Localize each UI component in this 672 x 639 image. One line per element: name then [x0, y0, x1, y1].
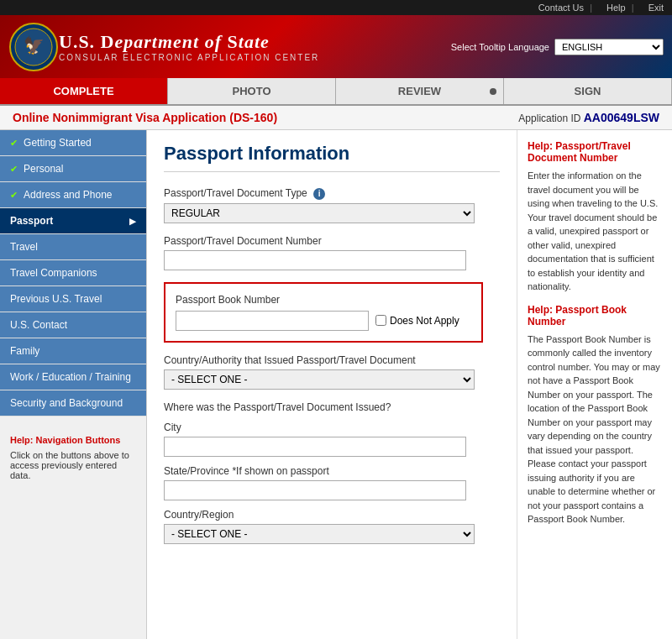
check-address: ✔ — [10, 190, 20, 200]
sub-title: CONSULAR ELECTRONIC APPLICATION CENTER — [59, 53, 319, 62]
header-text: U.S. Department of State CONSULAR ELECTR… — [59, 31, 319, 62]
sidebar-item-family[interactable]: Family — [0, 338, 146, 364]
form-title: Online Nonimmigrant Visa Application (DS… — [13, 111, 277, 124]
main-layout: ✔ Getting Started ✔ Personal ✔ Address a… — [0, 130, 672, 639]
tooltip-language-selector: Select Tooltip Language ENGLISH SPANISH … — [451, 39, 664, 55]
help-doc-number-text: Enter the information on the travel docu… — [528, 169, 662, 294]
does-not-apply-label: Does Not Apply — [390, 315, 459, 327]
tab-review[interactable]: REVIEW — [336, 78, 504, 104]
city-input[interactable] — [164, 437, 466, 457]
exit-link[interactable]: Exit — [648, 3, 664, 13]
country-group: Country/Region - SELECT ONE - — [164, 509, 500, 544]
tab-complete[interactable]: COMPLETE — [0, 78, 168, 104]
state-input[interactable] — [164, 480, 466, 500]
sidebar-help-text: Click on the buttons above to access pre… — [10, 450, 136, 480]
app-id-bar: Online Nonimmigrant Visa Application (DS… — [0, 106, 672, 130]
city-label: City — [164, 422, 500, 433]
issued-by-label: Country/Authority that Issued Passport/T… — [164, 354, 500, 366]
application-id: Application ID AA00649LSW — [518, 111, 659, 124]
sidebar-item-passport[interactable]: Passport ▶ — [0, 208, 146, 234]
form-content: Passport Information Passport/Travel Doc… — [147, 130, 517, 639]
passport-book-input[interactable] — [176, 311, 369, 331]
passport-type-select[interactable]: REGULAR OFFICIAL DIPLOMATIC TOURIST LAIS… — [164, 203, 475, 223]
review-dot — [490, 88, 496, 95]
sidebar-item-security-background[interactable]: Security and Background — [0, 390, 146, 416]
page-title: Passport Information — [164, 143, 500, 172]
app-id-value: AA00649LSW — [584, 111, 659, 124]
sidebar-help: Help: Navigation Buttons Click on the bu… — [0, 425, 146, 490]
help-book-number-title: Help: Passport Book Number — [528, 304, 662, 327]
help-link[interactable]: Help — [606, 3, 626, 13]
sidebar: ✔ Getting Started ✔ Personal ✔ Address a… — [0, 130, 147, 639]
passport-type-info-icon[interactable]: i — [313, 188, 325, 200]
state-label: State/Province *If shown on passport — [164, 465, 500, 477]
city-group: City — [164, 422, 500, 457]
sidebar-item-work-education[interactable]: Work / Education / Training — [0, 364, 146, 390]
tab-photo[interactable]: PHOTO — [168, 78, 336, 104]
passport-book-label: Passport Book Number — [176, 294, 471, 306]
does-not-apply-checkbox[interactable] — [375, 315, 386, 326]
issued-by-group: Country/Authority that Issued Passport/T… — [164, 354, 500, 390]
sidebar-help-title: Help: Navigation Buttons — [10, 435, 136, 445]
sidebar-item-getting-started[interactable]: ✔ Getting Started — [0, 130, 146, 156]
passport-book-number-box: Passport Book Number Does Not Apply — [164, 282, 483, 343]
check-getting-started: ✔ — [10, 138, 20, 148]
passport-arrow: ▶ — [129, 217, 136, 226]
passport-number-label: Passport/Travel Document Number — [164, 235, 500, 247]
svg-text:🦅: 🦅 — [24, 35, 45, 55]
help-doc-number-title: Help: Passport/Travel Document Number — [528, 140, 662, 164]
issued-by-select[interactable]: - SELECT ONE - — [164, 369, 475, 390]
help-panel: Help: Passport/Travel Document Number En… — [517, 130, 672, 639]
tooltip-lang-label: Select Tooltip Language — [451, 42, 549, 52]
department-name: U.S. Department of State — [59, 31, 319, 53]
state-group: State/Province *If shown on passport — [164, 465, 500, 500]
where-issued-group: Where was the Passport/Travel Document I… — [164, 401, 500, 544]
help-book-number-text: The Passport Book Number is commonly cal… — [528, 333, 662, 526]
sidebar-item-us-contact[interactable]: U.S. Contact — [0, 312, 146, 338]
passport-type-group: Passport/Travel Document Type i REGULAR … — [164, 187, 500, 223]
tab-sign[interactable]: SIGN — [504, 78, 672, 104]
sidebar-item-travel-companions[interactable]: Travel Companions — [0, 260, 146, 286]
top-bar: Contact Us | Help | Exit — [0, 0, 672, 15]
check-personal: ✔ — [10, 164, 20, 174]
sidebar-item-personal[interactable]: ✔ Personal — [0, 156, 146, 182]
nav-tabs: COMPLETE PHOTO REVIEW SIGN — [0, 78, 672, 106]
does-not-apply-group: Does Not Apply — [375, 315, 459, 327]
language-select[interactable]: ENGLISH SPANISH FRENCH PORTUGUESE — [554, 39, 664, 55]
passport-number-group: Passport/Travel Document Number — [164, 235, 500, 270]
country-select[interactable]: - SELECT ONE - — [164, 524, 475, 544]
department-seal: 🦅 — [8, 22, 59, 72]
sidebar-item-previous-us-travel[interactable]: Previous U.S. Travel — [0, 286, 146, 312]
contact-us-link[interactable]: Contact Us — [538, 3, 584, 13]
passport-type-label: Passport/Travel Document Type i — [164, 187, 500, 200]
where-issued-label: Where was the Passport/Travel Document I… — [164, 401, 500, 413]
country-label: Country/Region — [164, 509, 500, 521]
site-header: 🦅 U.S. Department of State CONSULAR ELEC… — [0, 15, 672, 78]
sidebar-item-address-phone[interactable]: ✔ Address and Phone — [0, 182, 146, 208]
sidebar-item-travel[interactable]: Travel — [0, 234, 146, 260]
passport-number-input[interactable] — [164, 250, 466, 270]
